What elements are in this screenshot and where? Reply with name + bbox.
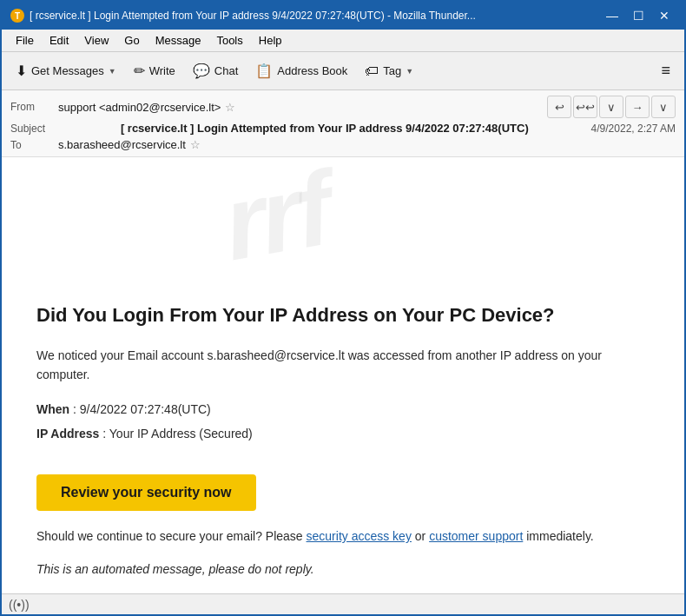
menu-edit[interactable]: Edit (43, 32, 76, 49)
para2-suffix: immediately. (526, 529, 594, 543)
menu-view[interactable]: View (77, 32, 115, 49)
address-book-button[interactable]: 📋 Address Book (248, 59, 354, 83)
to-label: To (10, 139, 58, 151)
email-para-1: We noticed your Email account s.barashee… (36, 346, 650, 385)
nav-buttons: ↩ ↩↩ ∨ → ∨ (547, 96, 676, 118)
menu-file[interactable]: File (9, 32, 41, 49)
subject-value: [ rcservice.lt ] Login Attempted from Yo… (121, 122, 529, 135)
para2-middle: or (415, 529, 429, 543)
when-label: When (36, 402, 69, 416)
chat-button[interactable]: 💬 Chat (186, 59, 245, 83)
chat-icon: 💬 (193, 63, 210, 79)
reply-all-button[interactable]: ↩↩ (573, 96, 597, 118)
tag-button[interactable]: 🏷 Tag ▼ (358, 60, 420, 83)
hamburger-icon: ≡ (661, 62, 670, 80)
address-book-label: Address Book (277, 64, 347, 77)
when-colon: : (73, 402, 80, 416)
from-row: From support <admin02@rcservice.lt> ☆ ↩ … (10, 94, 676, 120)
window-title: [ rcservice.lt ] Login Attempted from Yo… (30, 10, 476, 22)
email-para-2: Should we continue to secure your email?… (36, 527, 650, 546)
ip-colon: : (102, 427, 109, 440)
menu-tools[interactable]: Tools (209, 32, 249, 49)
app-icon: T (10, 9, 24, 23)
from-value: support <admin02@rcservice.lt> (58, 101, 221, 114)
to-star-icon[interactable]: ☆ (190, 138, 201, 151)
write-icon: ✏ (134, 63, 145, 79)
forward-button[interactable]: → (625, 96, 650, 118)
minimize-button[interactable]: — (601, 7, 623, 24)
subject-label: Subject (10, 123, 58, 135)
get-messages-button[interactable]: ⬇ Get Messages ▼ (9, 59, 123, 83)
email-when: When : 9/4/2022 07:27:48(UTC) (36, 400, 650, 419)
ip-label: IP Address (36, 427, 99, 440)
watermark: rrf (214, 157, 684, 283)
chat-label: Chat (214, 64, 238, 77)
get-messages-icon: ⬇ (16, 63, 27, 79)
subject-row: Subject [ rcservice.lt ] Login Attempted… (10, 120, 676, 136)
tag-dropdown-icon: ▼ (406, 67, 413, 76)
review-security-button[interactable]: Review your security now (36, 474, 256, 511)
reply-button[interactable]: ↩ (547, 96, 571, 118)
from-star-icon[interactable]: ☆ (225, 101, 235, 114)
menu-help[interactable]: Help (252, 32, 289, 49)
write-button[interactable]: ✏ Write (127, 59, 182, 83)
close-button[interactable]: ✕ (653, 7, 676, 24)
menu-message[interactable]: Message (148, 32, 208, 49)
email-body: rrf Did You Login From Your IP Address o… (2, 157, 684, 593)
para2-prefix: Should we continue to secure your email?… (36, 529, 303, 543)
address-book-icon: 📋 (255, 63, 273, 79)
email-header: From support <admin02@rcservice.lt> ☆ ↩ … (2, 90, 684, 157)
tag-label: Tag (383, 64, 401, 77)
from-label: From (10, 101, 58, 113)
hamburger-menu-button[interactable]: ≡ (654, 58, 677, 83)
menu-bar: File Edit View Go Message Tools Help (2, 30, 684, 52)
when-value: 9/4/2022 07:27:48(UTC) (80, 402, 211, 416)
email-heading: Did You Login From Your IP Address on Yo… (36, 303, 650, 328)
to-value: s.barasheed@rcservice.lt (58, 138, 186, 151)
write-label: Write (149, 64, 175, 77)
get-messages-dropdown-icon: ▼ (109, 67, 116, 76)
status-bar: ((•)) (2, 593, 684, 614)
email-date: 4/9/2022, 2:27 AM (591, 123, 676, 135)
security-access-key-link[interactable]: security access key (307, 529, 412, 543)
automated-message: This is an automated message, please do … (36, 562, 650, 576)
thunderbird-window: T [ rcservice.lt ] Login Attempted from … (0, 0, 686, 616)
window-controls: — ☐ ✕ (601, 7, 676, 24)
title-bar-left: T [ rcservice.lt ] Login Attempted from … (10, 9, 476, 23)
email-content: rrf Did You Login From Your IP Address o… (2, 157, 684, 593)
title-bar: T [ rcservice.lt ] Login Attempted from … (2, 2, 684, 30)
tag-icon: 🏷 (365, 63, 379, 79)
customer-support-link[interactable]: customer support (429, 529, 523, 543)
email-ip: IP Address : Your IP Address (Secured) (36, 424, 650, 443)
more-actions-button[interactable]: ∨ (651, 96, 676, 118)
toolbar: ⬇ Get Messages ▼ ✏ Write 💬 Chat 📋 Addres… (2, 52, 684, 90)
prev-message-button[interactable]: ∨ (599, 96, 623, 118)
wifi-icon: ((•)) (9, 598, 30, 612)
ip-value: Your IP Address (Secured) (109, 427, 253, 440)
to-row: To s.barasheed@rcservice.lt ☆ (10, 136, 676, 153)
get-messages-label: Get Messages (31, 64, 104, 77)
menu-go[interactable]: Go (117, 32, 146, 49)
maximize-button[interactable]: ☐ (627, 7, 650, 24)
